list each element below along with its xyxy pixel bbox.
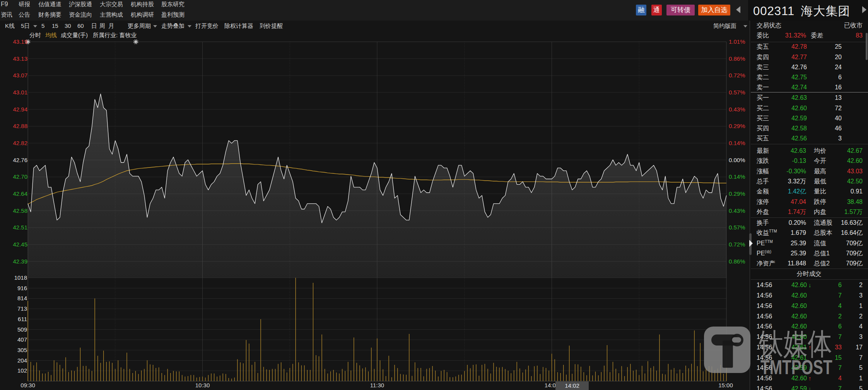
weibi-value: 31.32% [785,31,806,41]
stat-row: 总手3.32万最低42.50 [750,176,868,186]
menu-item-资金流向[interactable]: 资金流向 [69,11,92,19]
menu-item-研报[interactable]: 研报 [19,0,30,8]
toolbar-K线[interactable]: K线 [5,22,15,30]
trade-volume: 7 [838,384,842,390]
pct-axis-label: 0.72% [729,241,745,248]
toolbar-layout-toggle[interactable]: 简约版面 [713,22,736,30]
trade-volume: 4 [838,301,842,311]
menu-item-估值通道[interactable]: 估值通道 [38,0,62,8]
buy-row-1[interactable]: 买一42.6313 [750,93,868,103]
menu-item-财务摘要[interactable]: 财务摘要 [38,11,62,19]
book-price[interactable]: 42.63 [791,93,807,103]
menu-item-沪深股通[interactable]: 沪深股通 [69,0,92,8]
pct-axis-label: 0.43% [729,106,745,113]
toolbar-除权计算器[interactable]: 除权计算器 [224,22,253,30]
book-price[interactable]: 42.78 [791,42,807,52]
dropdown-icon[interactable] [33,25,37,27]
tab-fenshi[interactable]: 分时 [29,31,41,39]
trade-volume: 6 [838,280,842,290]
book-price[interactable]: 42.60 [791,103,807,113]
price-axis-label: 43.07 [13,72,27,79]
menu-item-机构调研[interactable]: 机构调研 [131,11,154,19]
toolbar-60[interactable]: 60 [77,22,84,30]
book-price[interactable]: 42.56 [791,133,807,144]
industry-label[interactable]: 所属行业: 畜牧业 [93,31,137,39]
toolbar-走势叠加[interactable]: 走势叠加 [161,22,185,30]
toolbar-周[interactable]: 周 [99,22,105,30]
book-price[interactable]: 42.76 [791,62,807,72]
menu-item-主营构成[interactable]: 主营构成 [100,11,123,19]
stat-value: 43.03 [847,166,863,176]
menu-item-公告[interactable]: 公告 [19,11,30,19]
trade-time: 14:56 [757,322,772,332]
menu-item-盈利预测[interactable]: 盈利预测 [161,11,185,19]
trade-price: 42.60 [791,301,807,311]
stat-label: 内盘 [814,207,826,217]
book-price[interactable]: 42.74 [791,82,807,92]
dropdown-icon[interactable] [743,25,747,27]
buy-row-2[interactable]: 买二42.6072 [750,103,868,113]
button-add-watchlist[interactable]: 加入自选 [698,5,730,15]
menu-item-机构持股[interactable]: 机构持股 [131,0,154,8]
panel-collapse-arrow-icon[interactable] [749,240,753,247]
buy-row-5[interactable]: 买五42.563 [750,133,868,144]
stat-value: 1.57万 [844,207,863,217]
toolbar-30[interactable]: 30 [65,22,71,30]
buy-row-3[interactable]: 买三42.5940 [750,113,868,123]
toolbar-5日[interactable]: 5日 [21,22,30,30]
menu-item-f9[interactable]: F9 [1,0,8,8]
toolbar-日[interactable]: 日 [91,22,97,30]
trade-price: 42.61 [791,342,807,352]
menu-item-资讯[interactable]: 资讯 [1,11,12,19]
sell-row-4[interactable]: 卖四42.7720 [750,52,868,62]
sell-row-1[interactable]: 卖一42.7416 [750,82,868,92]
book-level-label: 买五 [757,133,769,144]
trade-count: 2 [859,280,863,290]
book-volume: 25 [835,42,842,52]
toolbar-5[interactable]: 5 [41,22,44,30]
menu-item-大宗交易[interactable]: 大宗交易 [100,0,123,8]
stat-label: 最新 [757,146,769,156]
button-tong[interactable]: 通 [651,5,662,15]
price-axis-label: 43.01 [13,89,27,96]
trade-volume: 6 [838,322,842,332]
tab-junxian[interactable]: 均线 [45,31,57,39]
book-price[interactable]: 42.58 [791,123,807,133]
status-label: 交易状态 [757,21,781,31]
trade-count: 3 [859,291,863,301]
panel-scrollbar-thumb[interactable] [866,33,868,60]
button-rong[interactable]: 融 [636,5,646,15]
dropdown-icon[interactable] [153,25,157,27]
toolbar-月[interactable]: 月 [108,22,114,30]
trade-time: 14:56 [757,301,772,311]
book-price[interactable]: 42.77 [791,52,807,62]
prev-stock-arrow-icon[interactable] [736,6,740,13]
sell-row-5[interactable]: 卖五42.7825 [750,42,868,52]
book-volume: 20 [835,52,842,62]
book-price[interactable]: 42.59 [791,113,807,123]
toolbar-到价提醒[interactable]: 到价提醒 [260,22,283,30]
book-price[interactable]: 42.75 [791,72,807,82]
dropdown-icon[interactable] [188,25,191,27]
status-value: 已收市 [844,21,863,31]
trade-time: 14:56 [757,311,772,322]
menu-item-股东研究[interactable]: 股东研究 [161,0,185,8]
toolbar-更多周期[interactable]: 更多周期 [128,22,151,30]
weicha-label: 委差 [811,31,823,41]
stat-row: 涨跌-0.13今开42.60 [750,156,868,166]
sell-row-3[interactable]: 卖三42.7624 [750,62,868,72]
sell-row-2[interactable]: 卖二42.756 [750,72,868,82]
book-level-label: 买二 [757,103,769,113]
toolbar-打开竞价[interactable]: 打开竞价 [195,22,219,30]
book-level-label: 买四 [757,123,769,133]
stat-value: 42.60 [847,156,863,166]
buy-row-4[interactable]: 买四42.5846 [750,123,868,133]
price-axis-label: 42.88 [13,123,27,129]
button-kezhuanzhai[interactable]: 可转债 [666,5,695,15]
stat-label: PE(动) [757,248,771,258]
trade-price: 42.60 [791,291,807,301]
next-stock-arrow-icon[interactable] [862,6,866,13]
stat-value: 0.20% [789,218,806,228]
stat-value: 1.679 [791,228,806,238]
toolbar-15[interactable]: 15 [52,22,58,30]
